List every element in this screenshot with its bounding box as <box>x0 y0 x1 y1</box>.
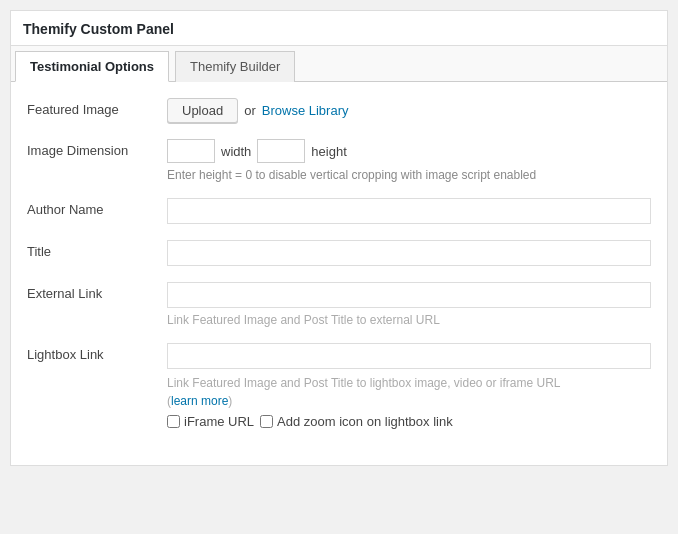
tab-themify-builder[interactable]: Themify Builder <box>175 51 295 82</box>
title-control <box>167 240 651 266</box>
iframe-url-label: iFrame URL <box>184 414 254 429</box>
tab-testimonial-options[interactable]: Testimonial Options <box>15 51 169 82</box>
image-dimension-label: Image Dimension <box>27 139 167 158</box>
width-label: width <box>221 144 251 159</box>
height-input[interactable] <box>257 139 305 163</box>
lightbox-hint-text: Link Featured Image and Post Title to li… <box>167 376 561 390</box>
external-link-label: External Link <box>27 282 167 301</box>
title-row: Title <box>27 240 651 266</box>
zoom-icon-checkbox[interactable] <box>260 415 273 428</box>
width-input[interactable] <box>167 139 215 163</box>
custom-panel: Themify Custom Panel Testimonial Options… <box>10 10 668 466</box>
lightbox-link-control: Link Featured Image and Post Title to li… <box>167 343 651 429</box>
iframe-url-item: iFrame URL <box>167 414 254 429</box>
lightbox-link-label: Lightbox Link <box>27 343 167 362</box>
zoom-icon-label: Add zoom icon on lightbox link <box>277 414 453 429</box>
featured-image-label: Featured Image <box>27 98 167 117</box>
height-label: height <box>311 144 346 159</box>
external-link-hint: Link Featured Image and Post Title to ex… <box>167 313 651 327</box>
upload-button[interactable]: Upload <box>167 98 238 123</box>
dimension-hint: Enter height = 0 to disable vertical cro… <box>167 168 651 182</box>
author-name-label: Author Name <box>27 198 167 217</box>
panel-title: Themify Custom Panel <box>11 11 667 46</box>
external-link-row: External Link Link Featured Image and Po… <box>27 282 651 327</box>
lightbox-hint: Link Featured Image and Post Title to li… <box>167 374 651 410</box>
learn-more-link[interactable]: learn more <box>171 394 228 408</box>
tabs-bar: Testimonial Options Themify Builder <box>11 46 667 82</box>
zoom-icon-item: Add zoom icon on lightbox link <box>260 414 453 429</box>
author-name-input[interactable] <box>167 198 651 224</box>
featured-image-row: Featured Image Upload or Browse Library <box>27 98 651 123</box>
external-link-control: Link Featured Image and Post Title to ex… <box>167 282 651 327</box>
browse-library-link[interactable]: Browse Library <box>262 103 349 118</box>
author-name-row: Author Name <box>27 198 651 224</box>
featured-image-control: Upload or Browse Library <box>167 98 651 123</box>
image-dimension-row: Image Dimension width height Enter heigh… <box>27 139 651 182</box>
iframe-url-checkbox[interactable] <box>167 415 180 428</box>
lightbox-link-row: Lightbox Link Link Featured Image and Po… <box>27 343 651 429</box>
lightbox-link-input[interactable] <box>167 343 651 369</box>
title-input[interactable] <box>167 240 651 266</box>
or-text: or <box>244 103 256 118</box>
title-label: Title <box>27 240 167 259</box>
lightbox-checkboxes: iFrame URL Add zoom icon on lightbox lin… <box>167 414 651 429</box>
author-name-control <box>167 198 651 224</box>
image-dimension-control: width height Enter height = 0 to disable… <box>167 139 651 182</box>
external-link-input[interactable] <box>167 282 651 308</box>
tab-content-testimonial-options: Featured Image Upload or Browse Library … <box>11 82 667 465</box>
